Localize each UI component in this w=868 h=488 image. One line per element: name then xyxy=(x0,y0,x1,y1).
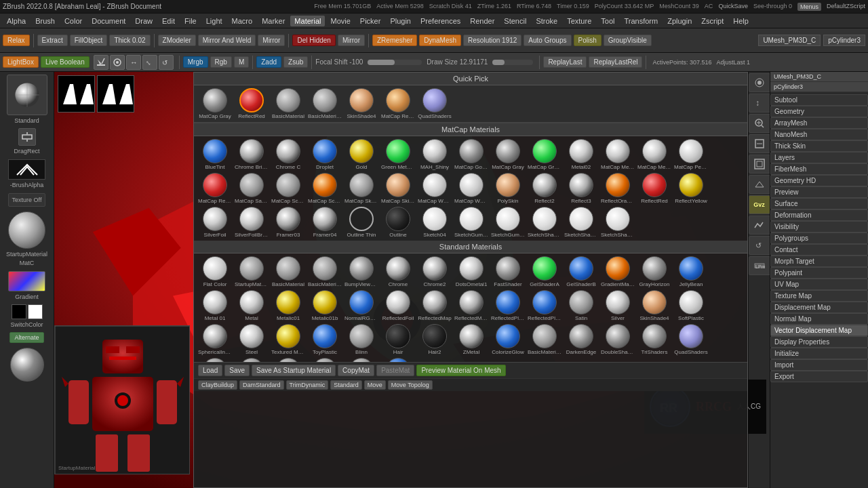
clay-buildup-btn[interactable]: ClayBuildup xyxy=(198,380,237,390)
mat-bumpviewer[interactable]: BumpViewerMat xyxy=(344,256,378,287)
mat-ball-chrome-c[interactable] xyxy=(276,139,300,163)
mat-ball-skinshade4[interactable] xyxy=(642,290,667,314)
mat-ball-reflect3[interactable] xyxy=(569,173,593,197)
panel-subtool[interactable]: Subtool xyxy=(770,94,868,106)
menu-zscript[interactable]: Zscript xyxy=(697,16,728,26)
mat-metalic01[interactable]: Metalic01 xyxy=(271,290,305,321)
mat-mah-shiny[interactable]: MAH_Shiny xyxy=(418,139,452,170)
mat-ball-satin01[interactable] xyxy=(239,173,264,197)
mat-reflected-plastic[interactable]: ReflectedPlastic xyxy=(491,290,525,321)
mat-ball-chrome-bright[interactable] xyxy=(239,139,264,163)
save-btn[interactable]: Save xyxy=(224,365,250,376)
mat-metalic01b[interactable]: Metalic01b xyxy=(308,290,342,321)
mat-ball-jellybean[interactable] xyxy=(679,256,703,281)
mat-jellybean[interactable]: JellyBean xyxy=(674,256,708,287)
mat-ball-toyplastic[interactable] xyxy=(313,324,337,348)
mat-ball-rgb-levels[interactable] xyxy=(349,358,374,362)
mrgb-btn[interactable]: Mrgb xyxy=(183,56,208,68)
zmodeler-btn[interactable]: ZModeler xyxy=(158,35,196,46)
edit-icon-btn[interactable] xyxy=(94,55,108,70)
mat-hair2[interactable]: Hair2 xyxy=(418,324,452,355)
mat-reflected-foil[interactable]: ReflectedFoil xyxy=(381,290,415,321)
zremesher-btn[interactable]: ZRemesher xyxy=(372,35,417,46)
mat-chrome-bright[interactable]: Chrome BrightBl xyxy=(235,139,269,170)
copymat-btn[interactable]: CopyMat xyxy=(338,365,374,376)
panel-initialize[interactable]: Initialize xyxy=(770,348,868,359)
menu-stencil[interactable]: Stencil xyxy=(500,16,530,26)
nav-lowpm-btn[interactable] xyxy=(749,216,770,235)
mat-ball-basic[interactable] xyxy=(276,256,300,281)
mat-grayhorizon[interactable]: GrayHorizon xyxy=(637,256,671,287)
mat-ball-fresnel[interactable] xyxy=(276,358,300,362)
mat-ball-metal03[interactable] xyxy=(606,139,630,163)
panel-display-props[interactable]: Display Properties xyxy=(770,336,868,348)
mat-ball-hsvcolorizer[interactable] xyxy=(313,358,337,362)
qp-item-0[interactable]: MatCap Gray xyxy=(198,88,232,119)
polish-btn[interactable]: Polish xyxy=(574,35,601,46)
brush-alpha-btn[interactable] xyxy=(8,159,45,180)
panel-nanomesh[interactable]: NanoMesh xyxy=(770,129,868,140)
mat-ball-softplastic[interactable] xyxy=(679,290,703,314)
mat-ball-flat-color[interactable] xyxy=(203,256,227,281)
panel-geometry[interactable]: Geometry xyxy=(770,106,868,117)
mat-ball-basic8[interactable] xyxy=(532,324,557,348)
mat-sculpy[interactable]: MatCap Sculpy xyxy=(271,173,305,204)
mat-pearl[interactable]: MatCap Pearl Ca xyxy=(674,139,708,170)
mat-ball-trishaders[interactable] xyxy=(642,324,667,348)
menu-marker[interactable]: Marker xyxy=(258,16,289,26)
menu-transform[interactable]: Transform xyxy=(620,16,662,26)
mat-ball-skin04[interactable] xyxy=(386,173,410,197)
mat-ball-gradientmap2[interactable] xyxy=(606,256,630,281)
mirror-weld-btn[interactable]: Mirror And Weld xyxy=(198,35,256,46)
live-boolean-btn[interactable]: Live Boolean xyxy=(41,56,90,68)
mat-sketchgummy[interactable]: SketchGummy xyxy=(454,207,488,238)
mat-metal04[interactable]: MatCap Metal04 xyxy=(637,139,671,170)
mat-white01[interactable]: MatCap White01 xyxy=(454,173,488,204)
menu-document[interactable]: Document xyxy=(87,16,130,26)
nav-extra-btn[interactable]: LPm xyxy=(749,256,770,275)
mat-reflect2[interactable]: Reflect2 xyxy=(528,173,561,204)
qp-item-6[interactable]: QuadShaders xyxy=(418,88,452,119)
mat-ball-bluetint[interactable] xyxy=(203,139,227,163)
mat-green-cl[interactable]: MatCap GreenCl xyxy=(528,139,561,170)
brush-preview[interactable] xyxy=(7,75,47,115)
preview-mat-btn[interactable]: Preview Material On Mesh xyxy=(416,365,505,376)
menu-texture[interactable]: Texture xyxy=(563,16,595,26)
mat-ball-white-c[interactable] xyxy=(422,173,447,197)
mat-ball-darken-edge[interactable] xyxy=(569,324,593,348)
mat-hair[interactable]: Hair xyxy=(381,324,415,355)
mat-ball-skeleton[interactable] xyxy=(349,173,374,197)
panel-thick-skin[interactable]: Thick Skin xyxy=(770,140,868,152)
mat-colorize-glow[interactable]: ColorizeGlow xyxy=(491,324,525,355)
menu-draw[interactable]: Draw xyxy=(131,16,157,26)
mat-ball-fastshader[interactable] xyxy=(496,256,520,281)
drag-rect-btn[interactable] xyxy=(18,128,36,146)
mat-ball-reflected-map[interactable] xyxy=(422,290,447,314)
mat-ball-sketchgummyst[interactable] xyxy=(496,207,520,231)
mat-gradientmap2[interactable]: GradientMap2 xyxy=(601,256,635,287)
mat-framer04[interactable]: Framer04 xyxy=(308,207,342,238)
mat-ball-sketchshaded3[interactable] xyxy=(606,207,630,231)
mat-darken-edge[interactable]: DarkenEdge xyxy=(564,324,598,355)
mat-ball-matcap-gray[interactable] xyxy=(496,139,520,163)
mat-ball-polyskin[interactable] xyxy=(496,173,520,197)
mat-steel[interactable]: Steel xyxy=(235,324,269,355)
mat-matcap-gray[interactable]: MatCap Gray xyxy=(491,139,525,170)
menu-render[interactable]: Render xyxy=(466,16,498,26)
mat-ball-chrome2-std[interactable] xyxy=(422,256,447,281)
mat-softplastic[interactable]: SoftPlastic xyxy=(674,290,708,321)
mat-ball-gorilla[interactable] xyxy=(459,139,484,163)
mat-flat-color[interactable]: Flat Color xyxy=(198,256,232,287)
mat-ball-mah-shiny[interactable] xyxy=(422,139,447,163)
qp-ball-6[interactable] xyxy=(422,88,447,113)
mirror-btn[interactable]: Mirror xyxy=(258,35,285,46)
mat-ball-reflect-yellow[interactable] xyxy=(679,173,703,197)
mat-startup[interactable]: StartupMaterial xyxy=(235,256,269,287)
m-btn[interactable]: M xyxy=(234,56,249,68)
mat-ball-metalic01b[interactable] xyxy=(313,290,337,314)
bg-color-swatch[interactable] xyxy=(28,304,43,319)
mat-ball-white01[interactable] xyxy=(459,173,484,197)
qp-ball-1[interactable] xyxy=(239,88,264,113)
menu-movie[interactable]: Movie xyxy=(326,16,354,26)
mat-chrome-std[interactable]: Chrome xyxy=(381,256,415,287)
